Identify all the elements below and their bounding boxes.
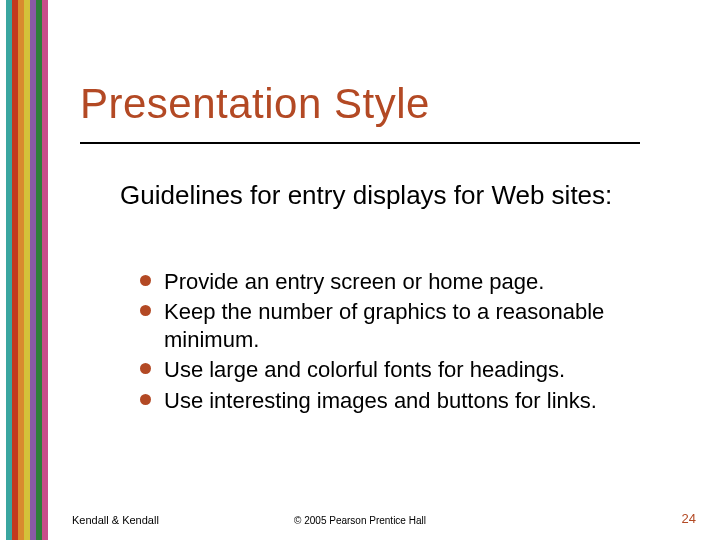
bullet-text: Use interesting images and buttons for l… [164, 388, 597, 413]
slide-title: Presentation Style [80, 80, 430, 128]
list-item: Use large and colorful fonts for heading… [140, 356, 650, 384]
decorative-stripe [42, 0, 48, 540]
bullet-dot-icon [140, 305, 151, 316]
bullet-text: Keep the number of graphics to a reasona… [164, 299, 604, 352]
bullet-dot-icon [140, 363, 151, 374]
bullet-text: Use large and colorful fonts for heading… [164, 357, 565, 382]
list-item: Provide an entry screen or home page. [140, 268, 650, 296]
list-item: Keep the number of graphics to a reasona… [140, 298, 650, 354]
footer-copyright: © 2005 Pearson Prentice Hall [0, 515, 720, 526]
bullet-text: Provide an entry screen or home page. [164, 269, 544, 294]
footer-page-number: 24 [682, 511, 696, 526]
title-underline [80, 142, 640, 144]
bullet-list: Provide an entry screen or home page. Ke… [140, 268, 650, 417]
bullet-dot-icon [140, 394, 151, 405]
slide: Presentation Style Guidelines for entry … [0, 0, 720, 540]
list-item: Use interesting images and buttons for l… [140, 387, 650, 415]
intro-text: Guidelines for entry displays for Web si… [120, 180, 640, 212]
bullet-dot-icon [140, 275, 151, 286]
